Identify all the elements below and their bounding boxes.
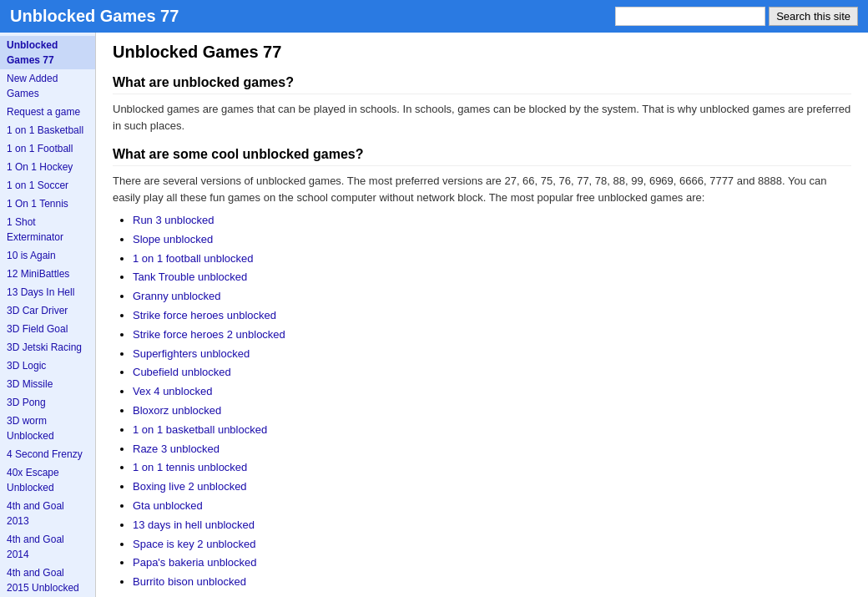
sidebar-item[interactable]: Request a game — [0, 103, 95, 121]
list-item: Granny unblocked — [133, 288, 851, 306]
list-item: Strike force heroes unblocked — [133, 307, 851, 325]
game-link[interactable]: Vex 4 unblocked — [133, 385, 212, 397]
sidebar: Unblocked Games 77New Added GamesRequest… — [0, 33, 96, 597]
search-input[interactable] — [615, 7, 765, 26]
list-item: 1 on 1 tennis unblocked — [133, 459, 851, 477]
sidebar-item[interactable]: 3D Car Driver — [0, 301, 95, 320]
sidebar-item[interactable]: 3D worm Unblocked — [0, 412, 95, 445]
sidebar-item[interactable]: 1 on 1 Soccer — [0, 176, 95, 195]
sidebar-item[interactable]: 4th and Goal 2015 Unblocked — [0, 564, 95, 597]
game-link[interactable]: Gta unblocked — [133, 499, 203, 512]
game-link[interactable]: 1 on 1 football unblocked — [133, 252, 254, 265]
header: Unblocked Games 77 Search this site — [0, 0, 868, 33]
game-link[interactable]: Slope unblocked — [133, 233, 213, 245]
list-item: Space is key 2 unblocked — [133, 536, 851, 554]
sidebar-item[interactable]: 3D Logic — [0, 357, 95, 375]
game-link[interactable]: Tank Trouble unblocked — [133, 271, 247, 283]
list-item: Papa's bakeria unblocked — [133, 554, 851, 572]
game-link[interactable]: Boxing live 2 unblocked — [133, 480, 247, 493]
game-link[interactable]: Bloxorz unblocked — [133, 404, 221, 417]
list-item: Burrito bison unblocked — [133, 574, 851, 591]
list-item: Strike force heroes 2 unblocked — [133, 326, 851, 344]
section2-text: There are several versions of unblocked … — [113, 173, 851, 205]
sidebar-item[interactable]: 3D Missile — [0, 375, 95, 393]
search-button[interactable]: Search this site — [769, 7, 858, 26]
section2-title: What are some cool unblocked games? — [113, 147, 851, 166]
sidebar-item[interactable]: 4th and Goal 2014 — [0, 530, 95, 564]
main-content: Unblocked Games 77 What are unblocked ga… — [96, 33, 868, 597]
list-item: Bloxorz unblocked — [133, 402, 851, 420]
game-link[interactable]: Cubefield unblocked — [133, 366, 231, 378]
section1-title: What are unblocked games? — [113, 75, 851, 94]
game-link[interactable]: 1 on 1 tennis unblocked — [133, 461, 247, 473]
sidebar-item[interactable]: 3D Pong — [0, 393, 95, 412]
sidebar-item[interactable]: Unblocked Games 77 — [0, 36, 95, 69]
game-list: Run 3 unblockedSlope unblocked1 on 1 foo… — [133, 212, 851, 597]
list-item: 13 days in hell unblocked — [133, 517, 851, 534]
sidebar-item[interactable]: New Added Games — [0, 69, 95, 103]
sidebar-item[interactable]: 3D Jetski Racing — [0, 338, 95, 357]
sidebar-item[interactable]: 13 Days In Hell — [0, 283, 95, 301]
list-item: Slope unblocked — [133, 231, 851, 249]
list-item: 1 on 1 football unblocked — [133, 250, 851, 268]
list-item: Whack your ex unblocked — [133, 593, 851, 597]
game-link[interactable]: Strike force heroes 2 unblocked — [133, 328, 285, 341]
list-item: Gta unblocked — [133, 498, 851, 515]
list-item: Vex 4 unblocked — [133, 383, 851, 401]
sidebar-item[interactable]: 1 on 1 Basketball — [0, 121, 95, 139]
game-link[interactable]: Run 3 unblocked — [133, 214, 214, 226]
game-link[interactable]: 1 on 1 basketball unblocked — [133, 423, 267, 436]
list-item: Run 3 unblocked — [133, 212, 851, 230]
section1-text: Unblocked games are games that can be pl… — [113, 101, 851, 134]
sidebar-item[interactable]: 40x Escape Unblocked — [0, 463, 95, 497]
list-item: Tank Trouble unblocked — [133, 269, 851, 286]
sidebar-item[interactable]: 3D Field Goal — [0, 320, 95, 338]
sidebar-item[interactable]: 10 is Again — [0, 246, 95, 265]
site-title: Unblocked Games 77 — [10, 7, 179, 26]
list-item: Superfighters unblocked — [133, 346, 851, 363]
sidebar-item[interactable]: 1 On 1 Tennis — [0, 195, 95, 213]
game-link[interactable]: Space is key 2 unblocked — [133, 538, 255, 550]
game-link[interactable]: Strike force heroes unblocked — [133, 309, 276, 321]
sidebar-item[interactable]: 4 Second Frenzy — [0, 445, 95, 463]
list-item: Boxing live 2 unblocked — [133, 478, 851, 496]
game-link[interactable]: Raze 3 unblocked — [133, 443, 220, 455]
layout: Unblocked Games 77New Added GamesRequest… — [0, 33, 868, 597]
list-item: Cubefield unblocked — [133, 364, 851, 382]
list-item: 1 on 1 basketball unblocked — [133, 422, 851, 439]
sidebar-item[interactable]: 12 MiniBattles — [0, 265, 95, 283]
sidebar-item[interactable]: 1 Shot Exterminator — [0, 213, 95, 246]
page-title: Unblocked Games 77 — [113, 43, 851, 62]
list-item: Raze 3 unblocked — [133, 441, 851, 458]
sidebar-item[interactable]: 4th and Goal 2013 — [0, 497, 95, 530]
game-link[interactable]: Papa's bakeria unblocked — [133, 556, 256, 569]
game-link[interactable]: Burrito bison unblocked — [133, 575, 246, 588]
sidebar-item[interactable]: 1 On 1 Hockey — [0, 158, 95, 176]
game-link[interactable]: Granny unblocked — [133, 290, 221, 302]
game-link[interactable]: 13 days in hell unblocked — [133, 519, 255, 531]
search-form: Search this site — [615, 7, 858, 26]
game-link[interactable]: Superfighters unblocked — [133, 347, 250, 360]
sidebar-item[interactable]: 1 on 1 Football — [0, 139, 95, 158]
